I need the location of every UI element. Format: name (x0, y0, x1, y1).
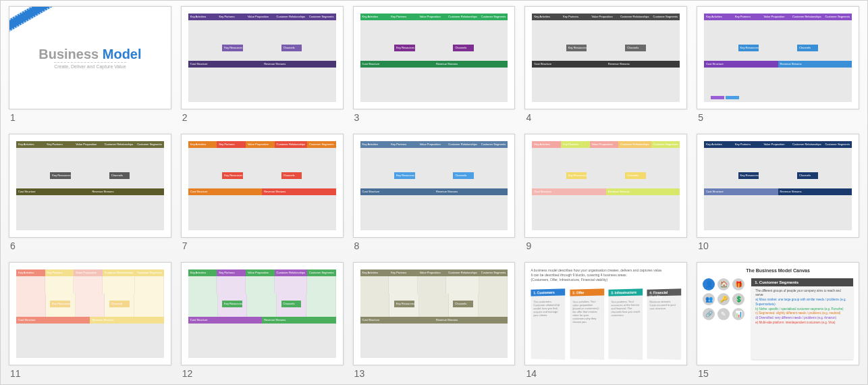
nav-icon[interactable]: 🔑 (717, 293, 730, 305)
canvas-block-header: Customer Segments (135, 270, 164, 276)
icon-nav-grid: 👤🏠🎁👥🔑💲🔗✎📊 (703, 278, 744, 359)
canvas-block-header: Key Partners (733, 14, 762, 20)
card-body: Your activities. Your value proposition … (572, 299, 601, 323)
canvas-block-header: Revenue Streams (778, 61, 852, 68)
slide-thumbnail[interactable]: Key ActivitiesKey PartnersValue Proposit… (353, 6, 516, 109)
canvas-block-header: Key Resources (394, 172, 415, 179)
canvas-block-header: Cost Structure (360, 61, 434, 68)
canvas-block-header: Cost Structure (360, 317, 434, 324)
slide-thumbnail[interactable]: Key ActivitiesKey PartnersValue Proposit… (353, 134, 516, 237)
canvas-block-header: Value Proposition (761, 14, 790, 20)
thumbnail-cell: The Business Model Canvas👤🏠🎁👥🔑💲🔗✎📊1. Cus… (697, 262, 859, 379)
business-model-canvas: Key ActivitiesKey PartnersValue Proposit… (360, 141, 508, 230)
canvas-block-body (74, 276, 103, 294)
slide-thumbnail[interactable]: Business ModelCreate, Deliver and Captur… (9, 6, 171, 109)
slide-thumbnail[interactable]: Key ActivitiesKey PartnersValue Proposit… (181, 6, 344, 109)
nav-icon[interactable]: ✎ (717, 308, 730, 320)
panel-title: 1. Customer Segments (751, 278, 853, 286)
slide-thumbnail[interactable]: Key ActivitiesKey PartnersValue Proposit… (524, 134, 687, 237)
canvas-block-body (418, 276, 447, 294)
slide-title: Business Model (38, 47, 141, 61)
canvas-block-header: Revenue Streams (262, 317, 335, 324)
slide-number: 4 (524, 109, 687, 123)
slide-thumbnail[interactable]: Key ActivitiesKey PartnersValue Proposit… (353, 262, 516, 365)
card-title: 4. Financial Viability (649, 290, 678, 296)
canvas-block-header: Customer Segments (307, 14, 336, 20)
slide-subtitle: Create, Deliver and Capture Value (54, 62, 126, 69)
thumbnail-cell: Key ActivitiesKey PartnersValue Proposit… (524, 6, 687, 123)
slide-thumbnail[interactable]: Key ActivitiesKey PartnersValue Proposit… (524, 6, 687, 109)
corner-ribbon (9, 6, 55, 39)
canvas-block-header: Channels (109, 172, 130, 179)
business-model-canvas: Key ActivitiesKey PartnersValue Proposit… (704, 141, 852, 230)
nav-icon[interactable]: 🔗 (703, 308, 715, 320)
canvas-block-header: Key Activities (188, 141, 217, 148)
canvas-block-header: Customer Segments (651, 14, 680, 20)
nav-icon[interactable]: 📊 (732, 308, 744, 320)
canvas-block-body (217, 276, 246, 294)
slide-thumbnail[interactable]: Key ActivitiesKey PartnersValue Proposit… (697, 6, 859, 109)
canvas-block-header: Customer Relationships (790, 141, 823, 148)
nav-icon[interactable]: 👥 (703, 293, 715, 305)
canvas-block-header: Channels (797, 172, 818, 179)
canvas-block-header: Value Proposition (74, 141, 103, 148)
card-body: Revenue streams. Costs incurred to your … (649, 299, 678, 310)
canvas-block-header: Channels (453, 301, 473, 307)
canvas-block-body (45, 276, 74, 294)
business-model-canvas: Key ActivitiesKey PartnersValue Proposit… (704, 14, 852, 102)
canvas-block-body (307, 276, 336, 294)
nav-icon[interactable]: 🏠 (717, 278, 730, 290)
nav-icon[interactable]: 👤 (703, 278, 715, 290)
slide-thumbnail[interactable]: Key ActivitiesKey PartnersValue Proposit… (697, 134, 859, 237)
canvas-block-header: Customer Segments (307, 270, 336, 276)
business-model-canvas: Key ActivitiesKey PartnersValue Proposit… (360, 14, 508, 102)
thumbnail-cell: Business ModelCreate, Deliver and Captur… (9, 6, 171, 123)
detail-panel: 1. Customer SegmentsThe different groups… (751, 278, 853, 359)
canvas-block-header: Key Partners (45, 141, 74, 148)
canvas-block-header: Key Activities (704, 141, 733, 148)
canvas-block-header: Customer Relationships (618, 141, 651, 148)
slide-thumbnail[interactable]: A business model describes how your orga… (524, 262, 687, 365)
canvas-block-header: Cost Structure (532, 188, 605, 195)
business-model-canvas: Key ActivitiesKey PartnersValue Proposit… (16, 141, 164, 230)
canvas-block-header: Customer Segments (307, 141, 336, 148)
canvas-block-header: Customer Relationships (103, 270, 135, 276)
canvas-block-header: Cost Structure (16, 317, 90, 324)
card-title: 3. Infrastructure (611, 290, 640, 296)
canvas-block-header: Customer Segments (479, 14, 508, 20)
slide-number: 8 (353, 238, 516, 251)
canvas-block-header: Revenue Streams (434, 188, 508, 195)
canvas-block-header: Customer Relationships (103, 141, 135, 148)
nav-icon[interactable]: 💲 (732, 293, 744, 305)
nav-icon[interactable]: 🎁 (732, 278, 744, 290)
canvas-block-header: Revenue Streams (434, 61, 508, 68)
slide-thumbnail[interactable]: Key ActivitiesKey PartnersValue Proposit… (181, 262, 344, 365)
canvas-block-header: Key Partners (217, 141, 246, 148)
slide-thumbnail[interactable]: Key ActivitiesKey PartnersValue Proposit… (181, 134, 344, 237)
canvas-block-header: Key Partners (561, 14, 590, 20)
slide-number: 2 (181, 109, 344, 123)
thumbnail-cell: Key ActivitiesKey PartnersValue Proposit… (353, 262, 516, 379)
slide-thumbnail[interactable]: Key ActivitiesKey PartnersValue Proposit… (9, 262, 171, 365)
canvas-block-header: Key Resources (222, 45, 243, 51)
canvas-block-header: Revenue Streams (90, 188, 163, 195)
thumbnail-cell: Key ActivitiesKey PartnersValue Proposit… (181, 134, 344, 251)
canvas-block-header: Key Activities (532, 14, 561, 20)
slide-number: 3 (353, 109, 516, 123)
canvas-block-header: Cost Structure (360, 188, 434, 195)
canvas-block-header: Key Resources (738, 45, 759, 51)
canvas-block-header: Key Activities (360, 141, 389, 148)
canvas-block-header: Channels (625, 45, 646, 51)
business-model-canvas: Key ActivitiesKey PartnersValue Proposit… (532, 14, 680, 102)
slide-thumbnail[interactable]: Key ActivitiesKey PartnersValue Proposit… (9, 134, 171, 237)
canvas-block-header: Customer Segments (823, 141, 852, 148)
canvas-block-header: Cost Structure (704, 61, 778, 68)
canvas-block-header: Key Activities (188, 14, 217, 20)
canvas-block-header: Key Activities (16, 141, 45, 148)
slide-number: 12 (181, 365, 344, 379)
canvas-block-header: Customer Relationships (446, 270, 479, 276)
business-model-canvas: Key ActivitiesKey PartnersValue Proposit… (532, 141, 680, 230)
slide-thumbnail[interactable]: The Business Model Canvas👤🏠🎁👥🔑💲🔗✎📊1. Cus… (697, 262, 859, 365)
canvas-block-body (188, 276, 217, 294)
canvas-block-body (135, 276, 164, 294)
